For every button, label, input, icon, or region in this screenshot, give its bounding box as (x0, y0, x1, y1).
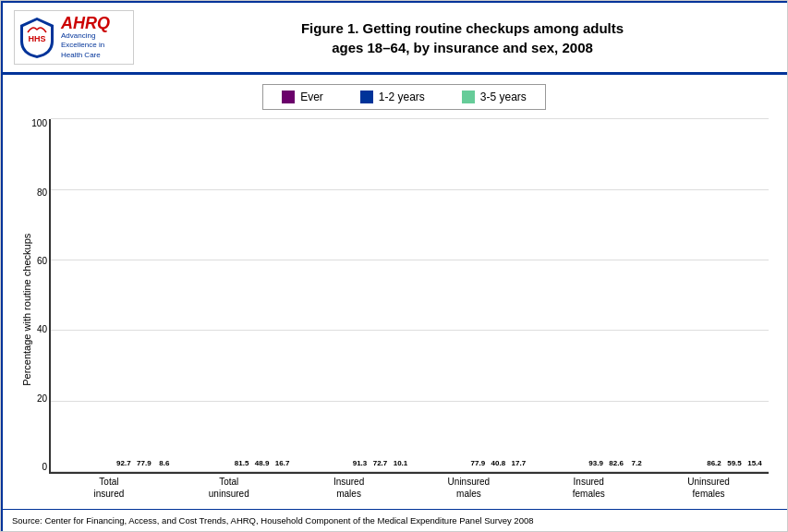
svg-text:HHS: HHS (28, 34, 45, 43)
legend-item: 3-5 years (462, 91, 527, 103)
logo-box: HHS AHRQ Advancing Excellence in Health … (14, 10, 134, 65)
bar-value-label: 91.3 (353, 459, 368, 467)
bar-value-label: 77.9 (137, 459, 152, 467)
bar-group: 81.548.916.7 (174, 119, 292, 472)
page-container: HHS AHRQ Advancing Excellence in Health … (1, 1, 788, 532)
legend-item: 1-2 years (360, 91, 425, 103)
bar-value-label: 40.8 (491, 459, 506, 467)
bar-group: 91.372.710.1 (292, 119, 410, 472)
x-axis-label: Insuredfemales (528, 476, 649, 500)
bar-value-label: 17.7 (512, 459, 527, 467)
bars-row: 77.940.817.7 (468, 119, 527, 472)
bars-row: 86.259.515.4 (705, 119, 764, 472)
y-axis-label: Percentage with routine checkups (21, 119, 49, 500)
chart-inner: 02040608010092.777.98.681.548.916.791.37… (49, 119, 769, 500)
chart-area: Percentage with routine checkups 0204060… (21, 119, 769, 509)
legend-label: Ever (300, 91, 323, 103)
footer: Source: Center for Financing, Access, an… (3, 509, 787, 531)
chart-title: Figure 1. Getting routine checkups among… (149, 18, 776, 57)
bars-row: 91.372.710.1 (350, 119, 409, 472)
shield-icon: HHS (18, 16, 55, 60)
x-axis-label: Totaluninsured (169, 476, 289, 500)
legend-item: Ever (282, 91, 323, 103)
bar-value-label: 8.6 (159, 459, 169, 467)
bar-value-label: 72.7 (373, 459, 388, 467)
x-axis-label: Insuredmales (289, 476, 409, 500)
bar-value-label: 81.5 (235, 459, 249, 467)
ahrq-name: AHRQ (61, 15, 110, 31)
bar-value-label: 86.2 (707, 459, 721, 467)
bar-value-label: 93.9 (588, 459, 603, 467)
ahrq-text: AHRQ Advancing Excellence in Health Care (61, 15, 110, 60)
chart-content: Ever 1-2 years 3-5 years Percentage with… (3, 75, 787, 509)
legend-swatch (282, 91, 295, 103)
bar-value-label: 7.2 (632, 459, 642, 467)
footer-text: Source: Center for Financing, Access, an… (12, 515, 534, 526)
ahrq-subtitle: Advancing Excellence in Health Care (61, 31, 110, 60)
legend-label: 3-5 years (480, 91, 527, 103)
legend-swatch (462, 91, 475, 103)
bar-value-label: 10.1 (394, 459, 408, 467)
x-axis-label: Totalinsured (49, 476, 169, 500)
bar-group: 93.982.67.2 (527, 119, 646, 472)
bar-value-label: 15.4 (747, 459, 762, 467)
bar-value-label: 48.9 (255, 459, 270, 467)
bar-value-label: 16.7 (275, 459, 290, 467)
bar-group: 92.777.98.6 (55, 119, 174, 472)
bars-row: 92.777.98.6 (115, 119, 174, 472)
x-axis-label: Uninsuredfemales (649, 476, 769, 500)
x-axis-labels: TotalinsuredTotaluninsuredInsuredmalesUn… (49, 476, 769, 500)
header: HHS AHRQ Advancing Excellence in Health … (3, 3, 787, 75)
bar-value-label: 82.6 (609, 459, 624, 467)
bar-value-label: 92.7 (116, 459, 131, 467)
bars-container: 02040608010092.777.98.681.548.916.791.37… (49, 119, 769, 474)
legend-swatch (360, 91, 373, 103)
bar-group: 86.259.515.4 (646, 119, 764, 472)
bars-row: 93.982.67.2 (587, 119, 646, 472)
legend-label: 1-2 years (379, 91, 425, 103)
bar-value-label: 77.9 (471, 459, 486, 467)
x-axis-label: Uninsuredmales (408, 476, 528, 500)
bar-value-label: 59.5 (727, 459, 742, 467)
bars-row: 81.548.916.7 (233, 119, 292, 472)
bar-group: 77.940.817.7 (409, 119, 527, 472)
legend: Ever 1-2 years 3-5 years (262, 84, 546, 110)
